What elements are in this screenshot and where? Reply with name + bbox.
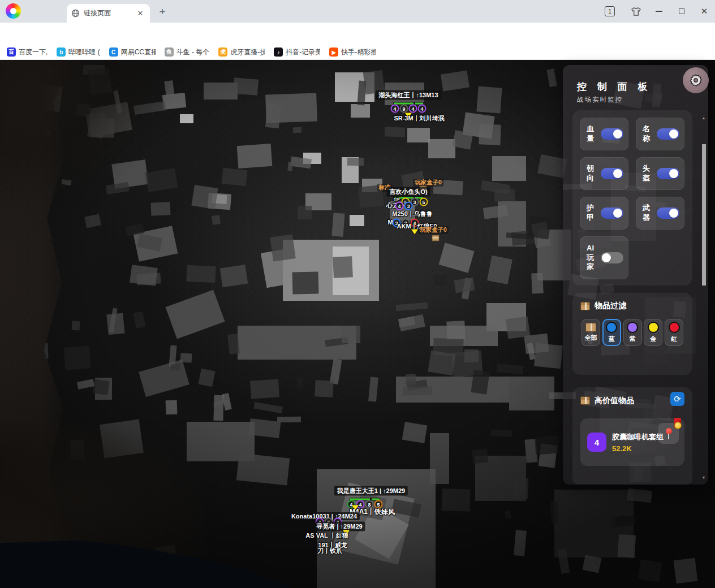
item-filter-section: 物品过滤 全部蓝紫金红 <box>572 293 692 375</box>
bookmark-netease-cc[interactable]: C网易CC直播 <box>109 47 156 57</box>
gear-tier-badge: 5 <box>420 198 428 206</box>
toggle-knob <box>613 129 622 139</box>
toggle-card-名称[interactable]: 名称 <box>636 118 684 150</box>
bookmark-douyu[interactable]: 鱼斗鱼 - 每个 <box>165 47 210 57</box>
map-marker-chip: 言欢小鱼头O) <box>386 187 430 197</box>
filter-label: 蓝 <box>609 335 615 343</box>
theme-shirt-icon[interactable] <box>629 0 643 23</box>
map-marker-txt: 刀丨铁爪 <box>317 547 342 555</box>
bookmark-label: 虎牙直播-技 <box>230 47 265 57</box>
filter-button-全部[interactable]: 全部 <box>582 319 600 346</box>
close-button[interactable]: ✕ <box>697 0 712 23</box>
high-value-item[interactable]: 4胶囊咖啡机套组52.2K <box>580 418 684 466</box>
toggle-card-朝向[interactable]: 朝向 <box>580 157 628 190</box>
filter-label: 全部 <box>585 334 597 342</box>
panel-scroll-up-arrow[interactable]: ▲ <box>701 116 707 120</box>
favicon-douyin-icon: ♪ <box>274 47 283 57</box>
map-marker-tri <box>411 230 418 235</box>
map-marker-txt: SR-3M丨刘川埼泯 <box>394 114 444 123</box>
bookmark-kuaishou[interactable]: ▶快手-精彩推 <box>329 47 376 57</box>
map-marker-badges: 43 <box>395 202 413 210</box>
map-marker-loot: 玩家盒子0 <box>413 179 443 187</box>
item-count-badge: 4 <box>587 433 606 452</box>
toggle-knob <box>613 209 622 218</box>
new-tab-button[interactable]: + <box>156 6 169 18</box>
toggle-switch-名称[interactable] <box>657 128 679 140</box>
toggle-label: 名称 <box>643 124 651 144</box>
gear-tier-badge: 4 <box>409 105 417 113</box>
toggle-knob <box>613 169 622 178</box>
high-value-section: 高价值物品 ⟳ 4胶囊咖啡机套组52.2K <box>572 387 692 485</box>
bookmark-label: 百度一下, <box>19 47 48 57</box>
map-marker-crate <box>432 235 440 241</box>
toggle-switch-头盔[interactable] <box>657 168 679 179</box>
toggle-switch-朝向[interactable] <box>601 168 623 179</box>
bookmark-douyin[interactable]: ♪抖音-记录美 <box>274 47 320 57</box>
browser-tab[interactable]: 链接页面 ✕ <box>67 4 150 23</box>
gear-icon <box>689 74 703 87</box>
toggle-switch-武器[interactable] <box>657 207 679 219</box>
toggle-card-血量[interactable]: 血量 <box>580 118 628 150</box>
favicon-kuaishou-icon: ▶ <box>329 47 338 57</box>
settings-button[interactable] <box>683 67 709 93</box>
high-value-title: 高价值物品 <box>595 396 634 406</box>
gear-tier-badge: 3 <box>404 202 413 210</box>
filter-label: 红 <box>671 335 677 343</box>
map-pin-icon <box>665 428 672 439</box>
map-marker-badges: 4944 <box>391 105 427 113</box>
bookmark-label: 网易CC直播 <box>121 47 156 57</box>
toggles-section: 血量名称朝向头盔护甲武器AI玩家 <box>572 110 692 286</box>
toggle-card-武器[interactable]: 武器 <box>636 197 684 230</box>
filter-label: 金 <box>650 335 656 343</box>
browser-toolbar: ← → http://111.170.19.18:8868 ☆ ⋯ ✂ <box>0 23 715 45</box>
toggle-label: AI玩家 <box>587 244 595 273</box>
bookmark-huya[interactable]: 虎虎牙直播-技 <box>218 47 265 57</box>
locate-pin-button[interactable] <box>658 423 679 444</box>
gear-tier-badge: 4 <box>391 105 399 113</box>
toggle-switch-护甲[interactable] <box>601 207 623 219</box>
browser-logo-icon <box>6 3 21 19</box>
map-marker-txt: M250丨乌鲁鲁 <box>392 210 433 218</box>
favicon-douyu-icon: 鱼 <box>165 47 174 57</box>
toggle-card-护甲[interactable]: 护甲 <box>580 197 628 230</box>
toggle-switch-AI玩家[interactable] <box>601 252 623 263</box>
favicon-bilibili-icon: b <box>57 47 66 57</box>
maximize-button[interactable] <box>674 0 689 23</box>
rarity-dot-icon <box>627 322 638 333</box>
favicon-huya-icon: 虎 <box>218 47 227 57</box>
filter-button-红[interactable]: 红 <box>665 319 683 346</box>
rarity-dot-icon <box>669 322 680 333</box>
panel-scrollbar-thumb[interactable] <box>702 144 706 286</box>
globe-favicon-icon <box>71 9 80 18</box>
toggle-knob <box>669 209 678 218</box>
refresh-button[interactable]: ⟳ <box>670 392 684 406</box>
bookmark-label: 斗鱼 - 每个 <box>176 47 210 57</box>
favicon-baidu-icon: 百 <box>7 47 16 57</box>
filter-button-金[interactable]: 金 <box>644 319 662 346</box>
map-marker-loot: 玩家盒子0 <box>418 226 449 234</box>
panel-scroll-down-arrow[interactable]: ▼ <box>701 475 707 479</box>
bookmark-label: 抖音-记录美 <box>286 47 320 57</box>
control-panel: 控 制 面 板 战场实时监控 血量名称朝向头盔护甲武器AI玩家 物品过滤 全部蓝… <box>563 65 708 485</box>
map-marker-chip: 寻觅者 | ↑29M29 <box>313 522 365 531</box>
rarity-dot-icon <box>606 322 617 333</box>
item-name: 胶囊咖啡机套组 <box>612 432 664 442</box>
toggle-card-AI玩家[interactable]: AI玩家 <box>580 236 628 279</box>
panel-subtitle: 战场实时监控 <box>577 96 623 104</box>
tab-strip: 链接页面 ✕ + 1 ✕ <box>0 0 715 23</box>
filter-title: 物品过滤 <box>595 301 626 311</box>
tab-counter[interactable]: 1 <box>604 0 615 23</box>
bookmark-label: 快手-精彩推 <box>341 47 376 57</box>
panel-title: 控 制 面 板 <box>577 80 651 93</box>
toggle-switch-血量[interactable] <box>601 128 623 140</box>
minimize-button[interactable] <box>652 0 666 23</box>
tab-close-icon[interactable]: ✕ <box>135 8 145 19</box>
filter-button-紫[interactable]: 紫 <box>623 319 642 346</box>
bookmark-bilibili[interactable]: b哔哩哔哩 ( <box>57 47 100 57</box>
toggle-label: 血量 <box>587 124 595 144</box>
toggle-label: 护甲 <box>587 204 595 223</box>
favicon-netease-cc-icon: C <box>109 47 118 57</box>
filter-button-蓝[interactable]: 蓝 <box>602 319 621 346</box>
bookmark-baidu[interactable]: 百百度一下, <box>7 47 48 57</box>
toggle-card-头盔[interactable]: 头盔 <box>636 157 684 190</box>
